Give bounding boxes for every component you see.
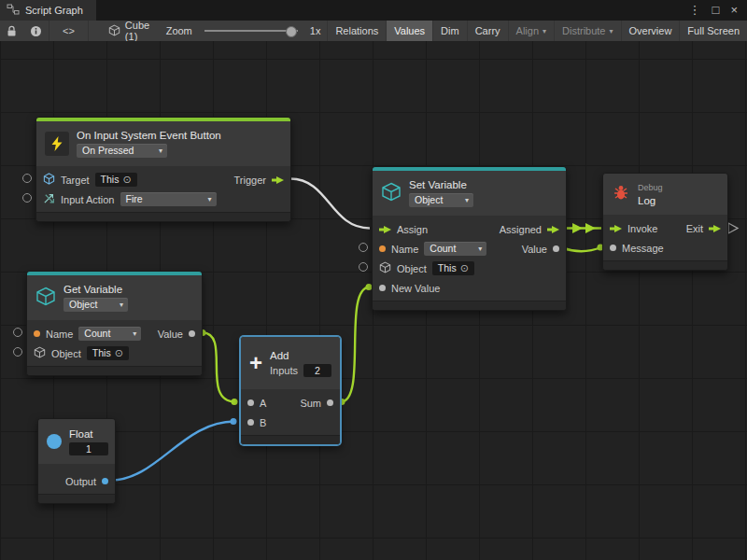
getvariable-name-port[interactable]	[13, 328, 22, 337]
zoom-control: Zoom 1x	[160, 21, 328, 41]
input-action-dropdown[interactable]: Fire ▾	[120, 192, 217, 206]
target-row: Target This ⊙ Trigger	[36, 170, 290, 189]
trigger-output-port[interactable]	[272, 175, 284, 185]
lock-icon[interactable]	[0, 21, 23, 41]
fullscreen-button[interactable]: Full Screen	[679, 21, 747, 41]
target-input-port[interactable]	[22, 174, 32, 183]
node-title: Log	[638, 195, 655, 206]
value-output-port[interactable]	[189, 330, 195, 337]
caret-down-icon: ▾	[465, 196, 469, 204]
getvariable-object-port[interactable]	[13, 347, 22, 357]
zoom-label: Zoom	[166, 25, 192, 36]
name-row: Name Count ▾ Value	[27, 324, 202, 343]
invoke-input-port[interactable]	[610, 224, 622, 233]
object-picker-icon: ⊙	[460, 263, 469, 273]
wire-float-to-add-b[interactable]	[108, 418, 237, 483]
b-input-port[interactable]	[247, 419, 254, 426]
carry-button[interactable]: Carry	[467, 21, 508, 41]
node-float[interactable]: Float 1 Output	[37, 418, 116, 504]
window-tab-bar: Script Graph ⋮ □ ×	[0, 0, 747, 21]
values-button[interactable]: Values	[386, 21, 432, 41]
name-input-port[interactable]	[34, 330, 40, 337]
node-title: Set Variable	[409, 179, 467, 190]
node-footer	[36, 212, 290, 221]
float-value-field[interactable]: 1	[69, 442, 108, 455]
message-row: Message	[603, 238, 727, 258]
wire-sum-to-newvalue[interactable]	[339, 284, 373, 405]
node-add[interactable]: + Add Inputs 2 A Sum	[240, 336, 341, 445]
bug-icon	[612, 184, 630, 204]
node-footer	[603, 260, 727, 270]
output-row: Output	[38, 471, 115, 491]
node-title: Add	[270, 350, 289, 361]
variable-name-dropdown[interactable]: Count ▾	[424, 242, 486, 256]
graph-canvas[interactable]: On Input System Event Button On Pressed …	[0, 41, 747, 560]
variable-cube-icon	[35, 287, 56, 309]
message-input-port[interactable]	[610, 245, 616, 251]
exit-output-port[interactable]	[709, 224, 721, 233]
node-on-input-system-event-button[interactable]: On Input System Event Button On Pressed …	[35, 117, 291, 222]
caret-down-icon: ▾	[159, 147, 162, 155]
wire-trigger-to-assign[interactable]	[290, 179, 370, 229]
input-action-input-port[interactable]	[22, 193, 32, 203]
lightning-bolt-icon	[45, 132, 69, 156]
node-set-variable[interactable]: Set Variable Object ▾ Assign Assigned	[372, 166, 567, 311]
node-title: Float	[69, 428, 93, 440]
wire-assigned-to-invoke[interactable]	[567, 223, 601, 233]
graph-target[interactable]: Cube (1)	[102, 21, 160, 41]
code-view-icon[interactable]: <>	[49, 21, 88, 41]
node-debug-log[interactable]: Debug Log Invoke Exit Message	[602, 173, 728, 271]
value-output-port[interactable]	[553, 245, 559, 252]
setvariable-object-port[interactable]	[359, 262, 368, 272]
toolbar-separator	[88, 21, 89, 41]
overview-button[interactable]: Overview	[621, 21, 680, 41]
a-input-port[interactable]	[247, 399, 254, 406]
caret-down-icon: ▾	[478, 245, 482, 253]
tab-title: Script Graph	[25, 5, 83, 16]
align-dropdown-button[interactable]: Align▾	[508, 21, 554, 41]
window-close-icon[interactable]: ×	[725, 0, 743, 21]
variable-name-dropdown[interactable]: Count ▾	[78, 327, 141, 341]
object-row: Object This ⊙	[373, 259, 566, 278]
assign-input-port[interactable]	[379, 225, 391, 234]
caret-down-icon: ▾	[207, 195, 211, 203]
wire-getvariable-to-add-a[interactable]	[200, 329, 238, 405]
window-controls: ⋮ □ ×	[684, 0, 747, 21]
dim-button[interactable]: Dim	[432, 21, 467, 41]
variable-scope-dropdown[interactable]: Object ▾	[409, 193, 473, 207]
object-chip[interactable]: This ⊙	[87, 346, 129, 360]
sum-output-port[interactable]	[327, 399, 333, 406]
variable-scope-dropdown[interactable]: Object ▾	[63, 298, 128, 312]
input-action-icon	[43, 192, 55, 206]
zoom-value: 1x	[310, 25, 321, 36]
caret-down-icon: ▾	[610, 27, 613, 35]
node-footer	[241, 435, 340, 444]
object-picker-icon: ⊙	[115, 348, 123, 358]
target-object-chip[interactable]: This ⊙	[95, 173, 137, 187]
window-menu-icon[interactable]: ⋮	[684, 0, 707, 21]
float-output-port[interactable]	[102, 478, 108, 484]
info-icon[interactable]	[23, 21, 49, 41]
new-value-input-port[interactable]	[379, 285, 386, 291]
object-row: Object This ⊙	[27, 343, 202, 363]
input-action-row: Input Action Fire ▾	[36, 189, 290, 209]
script-graph-icon	[7, 4, 20, 17]
zoom-slider[interactable]	[204, 30, 298, 32]
cube-icon	[379, 261, 391, 275]
name-input-port[interactable]	[379, 245, 386, 252]
object-chip[interactable]: This ⊙	[432, 261, 474, 275]
window-maximize-icon[interactable]: □	[707, 0, 726, 21]
distribute-dropdown-button[interactable]: Distribute▾	[554, 21, 620, 41]
event-mode-dropdown[interactable]: On Pressed ▾	[77, 144, 167, 158]
setvariable-name-port[interactable]	[359, 243, 368, 252]
node-get-variable[interactable]: Get Variable Object ▾ Name Count ▾	[26, 271, 203, 376]
zoom-slider-handle[interactable]	[286, 26, 297, 37]
node-footer	[38, 494, 115, 503]
assigned-output-port[interactable]	[547, 225, 559, 234]
inputs-count-field[interactable]: 2	[303, 364, 331, 377]
tab-script-graph[interactable]: Script Graph	[0, 0, 96, 21]
object-picker-icon: ⊙	[122, 175, 131, 185]
a-row: A Sum	[241, 393, 340, 413]
exit-port-arrow[interactable]	[728, 223, 738, 233]
relations-button[interactable]: Relations	[327, 21, 386, 41]
